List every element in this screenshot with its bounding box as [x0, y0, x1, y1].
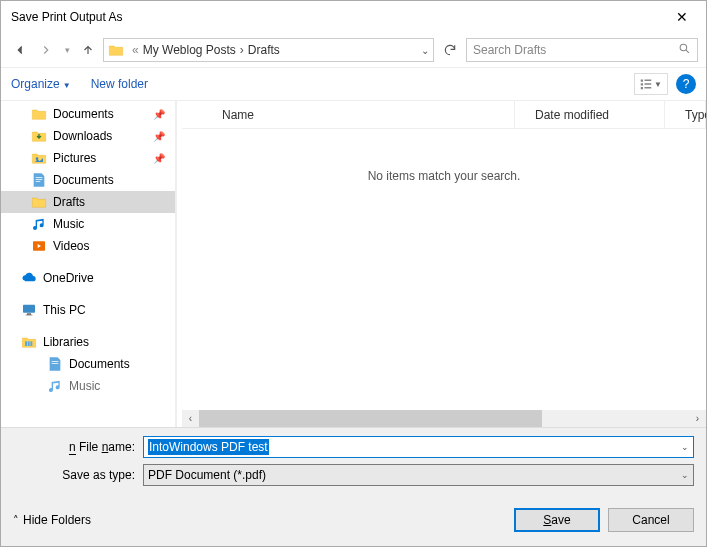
- empty-message: No items match your search.: [368, 169, 521, 183]
- cancel-button[interactable]: Cancel: [608, 508, 694, 532]
- svg-rect-14: [30, 341, 32, 346]
- back-button[interactable]: [9, 39, 31, 61]
- main-area: Documents📌 Downloads📌 Pictures📌 Document…: [1, 101, 706, 427]
- up-button[interactable]: [77, 39, 99, 61]
- svg-rect-3: [641, 83, 643, 85]
- filename-input[interactable]: IntoWindows PDF test ⌄: [143, 436, 694, 458]
- svg-rect-4: [645, 83, 652, 85]
- scroll-left-icon[interactable]: ‹: [182, 410, 199, 427]
- address-bar[interactable]: « My Weblog Posts › Drafts ⌄: [103, 38, 434, 62]
- recent-dropdown-icon[interactable]: ▾: [61, 39, 73, 61]
- file-list[interactable]: No items match your search.: [182, 129, 706, 410]
- tree-item-lib-documents[interactable]: Documents: [1, 353, 175, 375]
- organize-menu[interactable]: Organize▼: [11, 77, 71, 91]
- toolbar: Organize▼ New folder ▼ ?: [1, 67, 706, 101]
- tree-item-music[interactable]: Music: [1, 213, 175, 235]
- svg-rect-11: [26, 315, 33, 316]
- svg-rect-9: [23, 305, 35, 313]
- column-headers: Name Date modified Type: [182, 101, 706, 129]
- pin-icon: 📌: [153, 153, 165, 164]
- pin-icon: 📌: [153, 131, 165, 142]
- svg-rect-13: [28, 341, 30, 346]
- saveastype-label: Save as type:: [13, 468, 143, 482]
- saveastype-select[interactable]: PDF Document (*.pdf) ⌄: [143, 464, 694, 486]
- chevron-down-icon[interactable]: ⌄: [681, 442, 689, 452]
- hide-folders-button[interactable]: ˄ Hide Folders: [13, 513, 91, 527]
- tree-item-documents2[interactable]: Documents: [1, 169, 175, 191]
- filename-label: n File name:File name:: [13, 440, 143, 454]
- chevron-up-icon: ˄: [13, 514, 19, 527]
- breadcrumb-sep: «: [132, 43, 139, 57]
- folder-icon: [108, 42, 124, 58]
- chevron-down-icon: ▼: [654, 80, 662, 89]
- chevron-right-icon: ›: [240, 43, 244, 57]
- tree-item-pictures[interactable]: Pictures📌: [1, 147, 175, 169]
- tree-item-downloads[interactable]: Downloads📌: [1, 125, 175, 147]
- tree-item-lib-music[interactable]: Music: [1, 375, 175, 397]
- search-input[interactable]: Search Drafts: [466, 38, 698, 62]
- window-title: Save Print Output As: [11, 10, 668, 24]
- column-type[interactable]: Type: [665, 101, 706, 128]
- view-icon: [640, 78, 652, 90]
- tree-item-thispc[interactable]: This PC: [1, 299, 175, 321]
- tree-item-drafts[interactable]: Drafts: [1, 191, 175, 213]
- save-form: n File name:File name: IntoWindows PDF t…: [1, 427, 706, 500]
- tree-item-libraries[interactable]: Libraries: [1, 331, 175, 353]
- svg-rect-2: [645, 80, 652, 82]
- pin-icon: 📌: [153, 109, 165, 120]
- view-options-button[interactable]: ▼: [634, 73, 668, 95]
- search-placeholder: Search Drafts: [473, 43, 678, 57]
- scroll-thumb[interactable]: [199, 410, 542, 427]
- breadcrumb-seg[interactable]: My Weblog Posts: [143, 43, 236, 57]
- saveastype-value: PDF Document (*.pdf): [148, 468, 266, 482]
- svg-point-0: [680, 44, 687, 51]
- svg-rect-6: [645, 87, 652, 89]
- tree-item-videos[interactable]: Videos: [1, 235, 175, 257]
- column-date[interactable]: Date modified: [515, 101, 665, 128]
- new-folder-button[interactable]: New folder: [91, 77, 148, 91]
- refresh-button[interactable]: [438, 38, 462, 62]
- filename-value: IntoWindows PDF test: [148, 439, 269, 455]
- nav-bar: ▾ « My Weblog Posts › Drafts ⌄ Search Dr…: [1, 33, 706, 67]
- tree-item-onedrive[interactable]: OneDrive: [1, 267, 175, 289]
- svg-rect-5: [641, 87, 643, 89]
- scroll-right-icon[interactable]: ›: [689, 410, 706, 427]
- content-pane: Name Date modified Type No items match y…: [182, 101, 706, 427]
- folder-tree[interactable]: Documents📌 Downloads📌 Pictures📌 Document…: [1, 101, 176, 427]
- chevron-down-icon[interactable]: ⌄: [421, 45, 429, 56]
- svg-rect-10: [27, 313, 31, 314]
- tree-item-documents[interactable]: Documents📌: [1, 103, 175, 125]
- help-button[interactable]: ?: [676, 74, 696, 94]
- save-button[interactable]: Save: [514, 508, 600, 532]
- chevron-down-icon: ▼: [63, 81, 71, 90]
- svg-rect-12: [25, 341, 27, 346]
- column-name[interactable]: Name: [202, 101, 515, 128]
- chevron-down-icon[interactable]: ⌄: [681, 470, 689, 480]
- close-icon[interactable]: ✕: [668, 5, 696, 29]
- breadcrumb-seg[interactable]: Drafts: [248, 43, 280, 57]
- title-bar: Save Print Output As ✕: [1, 1, 706, 33]
- svg-rect-1: [641, 80, 643, 82]
- search-icon: [678, 42, 691, 58]
- horizontal-scrollbar[interactable]: ‹ ›: [182, 410, 706, 427]
- scroll-track[interactable]: [199, 410, 689, 427]
- forward-button[interactable]: [35, 39, 57, 61]
- footer: ˄ Hide Folders Save Cancel: [1, 500, 706, 546]
